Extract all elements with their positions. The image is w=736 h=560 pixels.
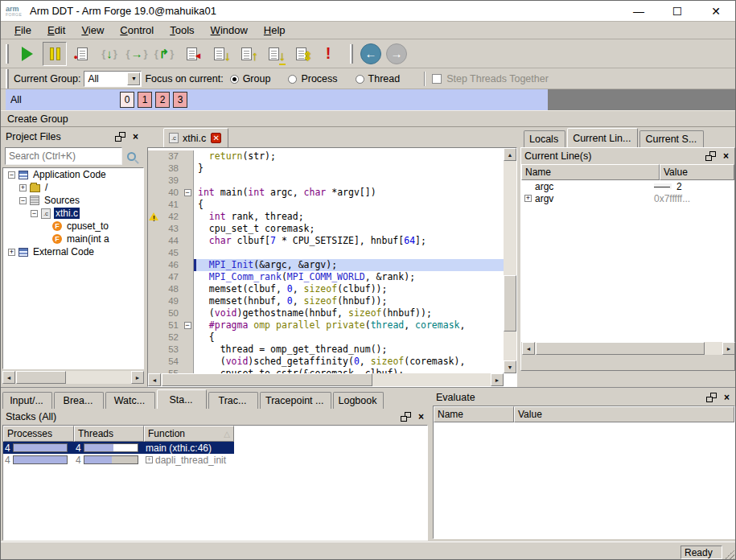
code-line-38[interactable]: 38}	[148, 163, 504, 175]
stack-row[interactable]: 44+dapli_thread_init	[3, 454, 427, 466]
column-header-threads[interactable]: Threads	[74, 426, 144, 442]
fold-collapse-icon[interactable]: −	[184, 189, 191, 196]
menu-view[interactable]: View	[74, 23, 111, 38]
scrollbar-thumb[interactable]	[504, 275, 516, 331]
tab-current-lin-[interactable]: Current Lin...	[567, 128, 638, 147]
tab-brea-[interactable]: Brea...	[54, 392, 104, 409]
collapse-icon[interactable]: −	[19, 197, 27, 204]
code-line-49[interactable]: 49 memset(hnbuf, 0, sizeof(hnbuf));	[148, 295, 504, 307]
code-line-47[interactable]: 47 MPI_Comm_rank(MPI_COMM_WORLD, &rank);	[148, 271, 504, 283]
minimize-button[interactable]: —	[631, 5, 647, 18]
variable-row-argv[interactable]: +argv0x7fffff...	[521, 192, 734, 204]
back-button[interactable]: ←	[360, 43, 381, 64]
resize-grip[interactable]	[724, 550, 734, 560]
tab-current-s-[interactable]: Current S...	[639, 130, 704, 147]
float-panel-icon[interactable]	[706, 393, 717, 402]
tab-tracepoint-[interactable]: Tracepoint ...	[260, 392, 331, 409]
play-button[interactable]	[15, 42, 39, 66]
code-line-40[interactable]: 40−int main(int argc, char *argv[])	[148, 187, 504, 199]
tab-watc-[interactable]: Watc...	[105, 392, 155, 409]
scroll-right-icon[interactable]: ►	[722, 342, 735, 355]
column-header-name[interactable]: Name	[521, 164, 660, 180]
down-stack-button[interactable]: ↓	[207, 42, 231, 66]
forward-button[interactable]: →	[386, 43, 407, 64]
tab-logbook[interactable]: Logbook	[333, 392, 384, 409]
tab-input-[interactable]: Input/...	[2, 392, 52, 409]
close-panel-icon[interactable]: ×	[130, 132, 141, 142]
column-header-value[interactable]: Value	[660, 164, 734, 180]
float-panel-icon[interactable]	[115, 132, 125, 142]
stop-button[interactable]: !	[316, 42, 340, 66]
process-box-2[interactable]: 2	[155, 92, 170, 108]
toolbar-handle[interactable]	[6, 44, 9, 64]
current-group-select[interactable]: All ▼	[84, 71, 142, 87]
toolbar-handle[interactable]	[350, 44, 353, 64]
step-threads-together-checkbox[interactable]	[432, 74, 442, 84]
scrollbar-thumb[interactable]	[162, 373, 372, 386]
column-header-processes[interactable]: Processes	[3, 426, 74, 442]
fold-collapse-icon[interactable]: −	[184, 322, 191, 329]
tree-item-xthi-c[interactable]: −.cxthi.c	[3, 207, 143, 220]
code-line-46[interactable]: 46 MPI_Init(&argc, &argv);	[148, 259, 504, 271]
chevron-down-icon[interactable]: ▼	[127, 72, 140, 85]
code-line-45[interactable]: 45	[148, 247, 504, 259]
create-group-button[interactable]: Create Group	[1, 110, 735, 127]
step-into-button[interactable]: {↓}	[97, 42, 121, 66]
float-panel-icon[interactable]	[705, 151, 716, 161]
code-area[interactable]: 37 return(str);38}3940−int main(int argc…	[147, 147, 517, 387]
code-line-52[interactable]: 52 {	[148, 331, 504, 344]
step-out-button[interactable]: {↱}	[152, 42, 176, 66]
expand-icon[interactable]: +	[524, 195, 532, 202]
expand-icon[interactable]: +	[8, 249, 15, 256]
scroll-right-icon[interactable]: ►	[491, 373, 504, 386]
pause-button[interactable]	[43, 42, 67, 66]
code-line-39[interactable]: 39	[148, 175, 504, 187]
editor-vscrollbar[interactable]: ▲ ▼	[504, 148, 516, 373]
code-line-53[interactable]: 53 thread = omp_get_thread_num();	[148, 344, 504, 356]
group-all-row[interactable]: All 0123	[6, 89, 548, 110]
close-panel-icon[interactable]: ×	[416, 412, 426, 422]
step-over-button[interactable]: {→}	[125, 42, 149, 66]
close-panel-icon[interactable]: ×	[721, 151, 731, 162]
process-box-3[interactable]: 3	[173, 92, 187, 108]
variables-hscrollbar[interactable]: ◄ ►	[522, 342, 735, 355]
float-panel-icon[interactable]	[401, 412, 411, 422]
search-icon[interactable]	[127, 152, 136, 161]
column-header-function[interactable]: Function△	[144, 426, 234, 442]
column-header-value[interactable]: Value	[514, 406, 734, 422]
add-breakpoint-button[interactable]: ●	[70, 42, 94, 66]
bottom-stack-button[interactable]: ↓	[261, 42, 286, 66]
scrollbar-thumb[interactable]	[536, 342, 705, 355]
scroll-right-icon[interactable]: ►	[131, 371, 144, 384]
process-box-0[interactable]: 0	[120, 92, 134, 108]
tree-item--[interactable]: +/	[3, 181, 143, 194]
search-input[interactable]	[5, 147, 122, 165]
collapse-icon[interactable]: −	[31, 210, 38, 217]
code-line-55[interactable]: 55 cpuset_to_cstr(&coremask, clbuf);	[148, 368, 504, 373]
stack-row[interactable]: 44main (xthi.c:46)	[3, 442, 427, 454]
tab-sta-[interactable]: Sta...	[157, 389, 207, 409]
tab-trac-[interactable]: Trac...	[208, 392, 258, 409]
radio-process[interactable]: Process	[288, 73, 337, 84]
tab-xthi-c[interactable]: .c xthi.c ✕	[163, 128, 228, 147]
tree-item-external-code[interactable]: +External Code	[3, 245, 143, 258]
maximize-button[interactable]: ☐	[669, 5, 685, 18]
editor-hscrollbar[interactable]: ◄ ►	[148, 373, 504, 386]
scroll-left-icon[interactable]: ◄	[148, 373, 161, 386]
scroll-down-icon[interactable]: ▼	[504, 360, 516, 373]
expand-icon[interactable]: +	[146, 456, 153, 463]
code-line-48[interactable]: 48 memset(clbuf, 0, sizeof(clbuf));	[148, 283, 504, 295]
code-line-50[interactable]: 50 (void)gethostname(hnbuf, sizeof(hnbuf…	[148, 307, 504, 319]
menu-help[interactable]: Help	[257, 23, 293, 38]
close-panel-icon[interactable]: ×	[722, 393, 732, 403]
project-files-hscrollbar[interactable]: ◄ ►	[2, 371, 144, 384]
menu-control[interactable]: Control	[113, 23, 161, 38]
code-line-41[interactable]: 41{	[148, 199, 504, 211]
menu-file[interactable]: File	[7, 23, 39, 38]
tree-item-application-code[interactable]: −Application Code	[3, 168, 143, 181]
tree-item-sources[interactable]: −Sources	[3, 194, 143, 207]
code-line-37[interactable]: 37 return(str);	[148, 150, 504, 163]
tree-item-cpuset-to[interactable]: Fcpuset_to	[3, 220, 143, 233]
evaluate-table[interactable]: NameValue	[433, 406, 735, 539]
up-stack-button[interactable]: ↑	[234, 42, 258, 66]
